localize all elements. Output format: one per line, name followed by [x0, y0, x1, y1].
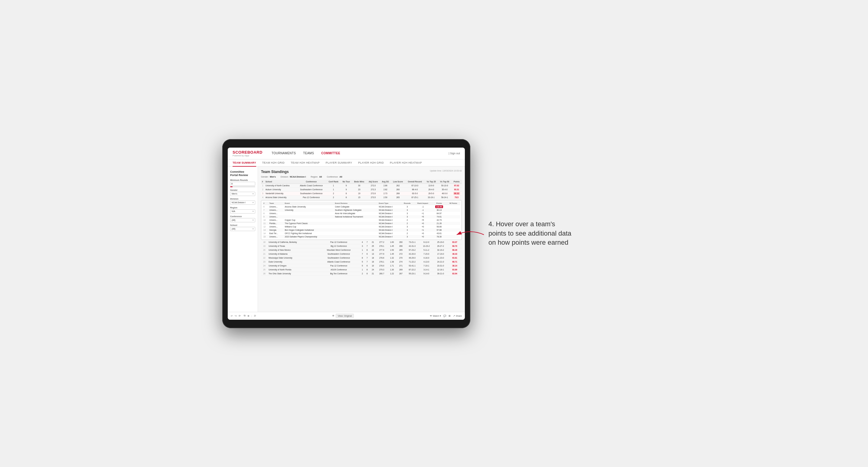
annotation-text: 4. Hover over a team's points to see add…: [489, 220, 573, 247]
filter-region: Region: All: [311, 176, 322, 178]
toolbar-center: 👁 View: Original: [332, 314, 354, 318]
col-rank: #: [261, 180, 265, 184]
filter-min-rounds-label: Minimum Rounds: [230, 179, 255, 181]
tooltip-section: # Team Event Event Division Event Type R…: [261, 200, 462, 240]
watch-action[interactable]: 👁 Watch ▾: [430, 315, 441, 317]
logo-text: SCOREBOARD: [232, 150, 262, 155]
nav-links: TOURNAMENTS TEAMS COMMITTEE: [272, 152, 340, 155]
refresh-icon[interactable]: ⟳: [239, 315, 241, 317]
table-row: 26 The Ohio State University Big Ten Con…: [261, 272, 462, 276]
col-overall: Overall Record: [405, 180, 425, 184]
share-action[interactable]: ↗ Share: [453, 315, 462, 317]
filter-conference-select[interactable]: (All): [230, 218, 255, 222]
table-row: 20 University of New Mexico Mountain Wes…: [261, 248, 462, 252]
tooltip-row: 12 Univers... Williams Cup NCAA Division…: [262, 225, 460, 228]
tab-team-h2h-heatmap[interactable]: TEAM H2H HEATMAP: [291, 159, 320, 167]
filter-slider[interactable]: [230, 186, 255, 187]
col-school: School: [265, 180, 297, 184]
table-row: 4 Arizona State University Pac-12 Confer…: [261, 195, 462, 199]
filter-min-rounds-input[interactable]: [230, 182, 255, 186]
comment-action[interactable]: 💬: [443, 315, 446, 317]
watch-icon: 👁: [430, 315, 432, 317]
undo-icon[interactable]: ↩: [231, 315, 233, 317]
header-left: SCOREBOARD Powered by clippi TOURNAMENTS…: [232, 150, 340, 157]
table-row: 2 Auburn University Southeastern Confere…: [261, 188, 462, 191]
annotation-area: 4. Hover over a team's points to see add…: [489, 220, 573, 247]
tooltip-row: 10 Univers... Copper Cup NCAA Division I…: [262, 218, 460, 222]
view-button[interactable]: View: Original: [336, 314, 354, 318]
filter-division-select[interactable]: NCAA Division I: [230, 200, 255, 205]
tooltip-col-division: Event Division: [334, 202, 378, 205]
tab-player-h2h-grid[interactable]: PLAYER H2H GRID: [358, 159, 384, 167]
content-area: CommitteePortal Review Minimum Rounds Ge…: [228, 167, 465, 312]
main-content: Team Standings Update time: 13/03/2024 1…: [258, 167, 465, 312]
grid-action[interactable]: ⊞: [448, 315, 451, 317]
tab-team-h2h-grid[interactable]: TEAM H2H GRID: [262, 159, 285, 167]
filter-region-label: Region: [230, 207, 255, 209]
bottom-toolbar: ↩ ↪ ⟳ ⧉ ⊕ | ⏱ 👁 View: Original 👁 Watch ▾: [228, 312, 465, 320]
clock-icon[interactable]: ⏱: [254, 315, 256, 317]
filter-gender: Gender: Men's: [261, 176, 276, 178]
col-conf-rank: Conf Rank: [326, 180, 341, 184]
tooltip-row: 7 Univers... University Southern Highlan…: [262, 208, 460, 212]
table-row-highlighted: 3 Vanderbilt University Southeastern Con…: [261, 191, 462, 195]
filter-min-rounds-inputs: [230, 182, 255, 186]
tablet-screen: SCOREBOARD Powered by clippi TOURNAMENTS…: [228, 148, 465, 320]
col-adj-score: Adj Score: [367, 180, 380, 184]
col-avg-sg: Avg SG: [380, 180, 391, 184]
filter-conference: Conference: All: [327, 176, 342, 178]
filter-division: Division: NCAA Division I: [281, 176, 306, 178]
redo-icon[interactable]: ↪: [235, 315, 237, 317]
filter-conference-label: Conference: [230, 215, 255, 217]
tooltip-col-type: Event Type: [378, 202, 401, 205]
col-vs50: Vs Top 50: [438, 180, 451, 184]
col-no-tour: No Tour: [341, 180, 352, 184]
filter-region-select[interactable]: N/A: [230, 209, 255, 214]
tooltip-row: 6 Univers... Arizona State University Ce…: [262, 205, 460, 208]
tooltip-row: 9 Univers... National Invitational Tourn…: [262, 215, 460, 218]
tooltip-row: 15 Univers... 2023 Sahalee Players Champ…: [262, 235, 460, 238]
tooltip-row: 14 East Ter... OFCC Fighting Illini Invi…: [262, 232, 460, 235]
share-icon: ↗: [453, 315, 455, 317]
tab-player-summary[interactable]: PLAYER SUMMARY: [326, 159, 352, 167]
page-wrapper: SCOREBOARD Powered by clippi TOURNAMENTS…: [222, 139, 646, 328]
filter-gender-select[interactable]: Men's: [230, 192, 255, 196]
sidebar-title: CommitteePortal Review: [230, 170, 255, 177]
toolbar-left: ↩ ↪ ⟳ ⧉ ⊕ | ⏱: [231, 314, 256, 317]
tooltip-col-w-points: W Points: [446, 202, 460, 205]
paste-icon[interactable]: ⊕: [247, 315, 249, 317]
annotation-arrow: [455, 223, 486, 247]
filter-row: Gender: Men's Division: NCAA Division I …: [261, 176, 462, 178]
standings-table-lower: 18 University of California, Berkeley Pa…: [261, 241, 462, 276]
filter-gender-label: Gender: [230, 189, 255, 191]
table-row: 23 Duke University Atlantic Coast Confer…: [261, 260, 462, 264]
table-row: 1 University of North Carolina Atlantic …: [261, 184, 462, 188]
nav-teams[interactable]: TEAMS: [303, 152, 314, 155]
sign-out-link[interactable]: | Sign out: [448, 152, 460, 155]
tooltip-col-points: Points: [432, 202, 446, 205]
col-low-score: Low Score: [391, 180, 405, 184]
col-vs25: Vs Top 25: [425, 180, 438, 184]
col-conference: Conference: [296, 180, 326, 184]
standings-table: # School Conference Conf Rank No Tour Bn…: [261, 180, 462, 199]
col-points: Points: [451, 180, 462, 184]
eye-icon: 👁: [332, 315, 335, 317]
tooltip-row: 11 Florida... The Cypress Point Classic …: [262, 222, 460, 225]
standings-header: Team Standings Update time: 13/03/2024 1…: [261, 170, 462, 174]
tab-player-h2h-heatmap[interactable]: PLAYER H2H HEATMAP: [390, 159, 422, 167]
nav-tournaments[interactable]: TOURNAMENTS: [272, 152, 296, 155]
separator: |: [251, 315, 252, 317]
tablet-device: SCOREBOARD Powered by clippi TOURNAMENTS…: [222, 139, 470, 328]
tooltip-col-event: Event: [284, 202, 334, 205]
copy-icon[interactable]: ⧉: [244, 314, 246, 317]
filter-school-label: School: [230, 224, 255, 226]
tooltip-col-team: Team: [268, 202, 284, 205]
tooltip-col-rounds: Rounds: [401, 202, 414, 205]
tooltip-row: 13 Georgia Ben Hogan Collegiate Invitati…: [262, 228, 460, 232]
table-row: 18 University of California, Berkeley Pa…: [261, 241, 462, 244]
nav-committee[interactable]: COMMITTEE: [321, 152, 340, 155]
tab-team-summary[interactable]: TEAM SUMMARY: [232, 159, 256, 167]
filter-school-select[interactable]: (All): [230, 227, 255, 231]
table-row: 22 Mississippi State University Southeas…: [261, 256, 462, 260]
standings-title: Team Standings: [261, 170, 289, 174]
